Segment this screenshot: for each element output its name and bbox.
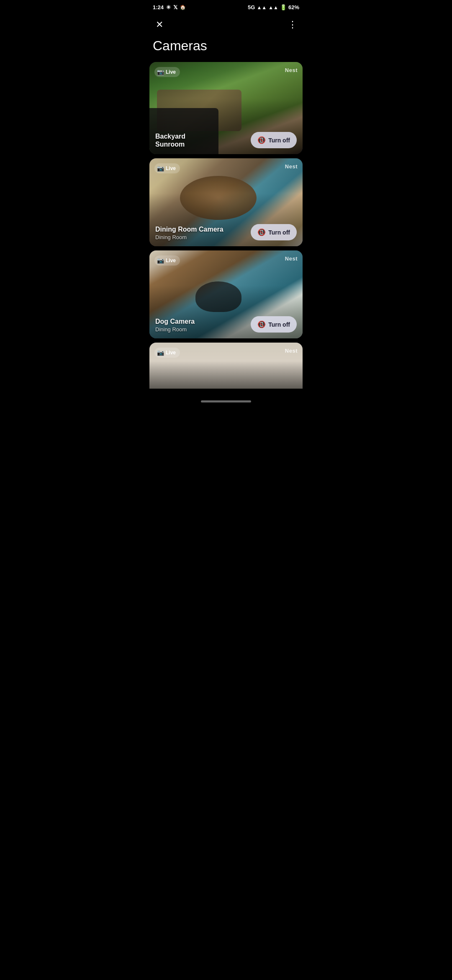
status-bar: 1:24 ✳ 𝕏 🏠 5G ▲▲ ▲▲ 🔋 62% <box>144 0 308 13</box>
nest-brand-dining: Nest <box>285 163 298 170</box>
nest-brand-backyard: Nest <box>285 67 298 73</box>
app-bar: ✕ ⋮ <box>144 13 308 38</box>
camera-card-backyard[interactable]: 📷 Live Nest BackyardSunroom 📵 Turn off <box>149 62 303 154</box>
status-time: 1:24 <box>153 4 164 10</box>
notif-icon-1: ✳ <box>166 4 171 10</box>
battery-icon: 🔋 <box>280 4 287 10</box>
live-label-dog: Live <box>166 258 176 263</box>
turn-off-icon-backyard: 📵 <box>257 136 266 144</box>
video-icon-dining: 📷 <box>157 165 164 172</box>
nest-brand-fourth: Nest <box>285 348 298 354</box>
camera-card-fourth[interactable]: 📷 Live Nest <box>149 343 303 389</box>
live-badge-fourth: 📷 Live <box>154 348 180 358</box>
camera-card-dining[interactable]: 📷 Live Nest Dining Room Camera Dining Ro… <box>149 158 303 246</box>
camera-name-dining: Dining Room Camera <box>155 225 223 233</box>
live-badge-dog: 📷 Live <box>154 255 180 266</box>
camera-info-backyard: BackyardSunroom 📵 Turn off <box>155 132 297 148</box>
camera-labels-dog: Dog Camera Dining Room <box>155 317 195 333</box>
camera-location-dining: Dining Room <box>155 234 223 240</box>
home-indicator <box>201 400 251 402</box>
camera-info-dining: Dining Room Camera Dining Room 📵 Turn of… <box>155 224 297 240</box>
close-button[interactable]: ✕ <box>151 16 168 33</box>
video-icon-fourth: 📷 <box>157 349 164 356</box>
notif-icon-2: 𝕏 <box>173 4 177 10</box>
camera-info-dog: Dog Camera Dining Room 📵 Turn off <box>155 316 297 333</box>
camera-labels-backyard: BackyardSunroom <box>155 132 185 148</box>
turn-off-label-backyard: Turn off <box>268 137 290 144</box>
turn-off-icon-dining: 📵 <box>257 228 266 236</box>
nest-brand-dog: Nest <box>285 255 298 262</box>
network-label: 5G <box>248 4 255 10</box>
turn-off-label-dog: Turn off <box>268 321 290 328</box>
live-label-backyard: Live <box>166 69 176 75</box>
video-icon: 📷 <box>157 69 164 75</box>
live-badge-backyard: 📷 Live <box>154 67 180 77</box>
live-label-dining: Live <box>166 165 176 171</box>
live-label-fourth: Live <box>166 350 176 356</box>
turn-off-button-dining[interactable]: 📵 Turn off <box>251 224 297 240</box>
page-title: Cameras <box>144 38 308 62</box>
camera-labels-dining: Dining Room Camera Dining Room <box>155 225 223 240</box>
home-indicator-area <box>144 397 308 409</box>
signal-icon: ▲▲ <box>257 5 267 10</box>
more-options-button[interactable]: ⋮ <box>284 16 301 33</box>
wifi-icon: ▲▲ <box>268 5 278 10</box>
camera-card-dog[interactable]: 📷 Live Nest Dog Camera Dining Room 📵 Tur… <box>149 250 303 338</box>
turn-off-icon-dog: 📵 <box>257 320 266 328</box>
video-icon-dog: 📷 <box>157 257 164 264</box>
camera-name-dog: Dog Camera <box>155 317 195 325</box>
camera-location-dog: Dining Room <box>155 326 195 333</box>
more-icon: ⋮ <box>288 19 297 30</box>
camera-list: 📷 Live Nest BackyardSunroom 📵 Turn off 📷… <box>144 62 308 397</box>
turn-off-button-backyard[interactable]: 📵 Turn off <box>251 132 297 148</box>
live-badge-dining: 📷 Live <box>154 163 180 173</box>
battery-label: 62% <box>288 4 299 10</box>
status-right-area: 5G ▲▲ ▲▲ 🔋 62% <box>248 4 299 10</box>
camera-name-backyard: BackyardSunroom <box>155 132 185 148</box>
turn-off-label-dining: Turn off <box>268 229 290 236</box>
turn-off-button-dog[interactable]: 📵 Turn off <box>251 316 297 333</box>
notif-icon-3: 🏠 <box>180 5 186 10</box>
status-time-area: 1:24 ✳ 𝕏 🏠 <box>153 4 186 10</box>
close-icon: ✕ <box>156 19 163 30</box>
